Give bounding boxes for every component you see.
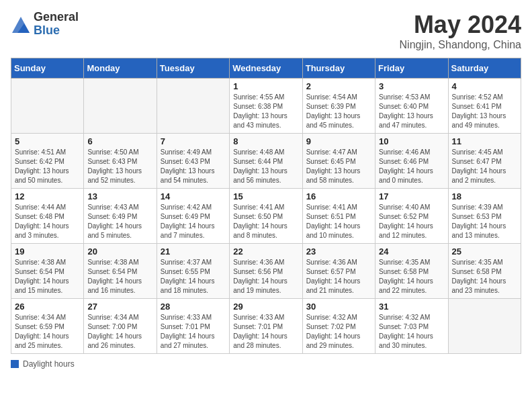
day-number: 19: [15, 246, 80, 257]
day-info: Sunrise: 4:35 AM Sunset: 6:58 PM Dayligh…: [379, 258, 444, 295]
day-number: 2: [306, 81, 371, 91]
page-header: General Blue May 2024 Ningjin, Shandong,…: [11, 11, 521, 51]
logo-blue: Blue: [34, 24, 79, 38]
calendar-day: 9Sunrise: 4:47 AM Sunset: 6:45 PM Daylig…: [302, 134, 375, 189]
day-info: Sunrise: 4:41 AM Sunset: 6:51 PM Dayligh…: [306, 203, 371, 240]
day-info: Sunrise: 4:39 AM Sunset: 6:53 PM Dayligh…: [452, 203, 517, 240]
logo-text: General Blue: [34, 11, 79, 38]
day-info: Sunrise: 4:38 AM Sunset: 6:54 PM Dayligh…: [15, 258, 80, 295]
calendar-day: 30Sunrise: 4:32 AM Sunset: 7:02 PM Dayli…: [302, 299, 375, 354]
calendar-day: 13Sunrise: 4:43 AM Sunset: 6:49 PM Dayli…: [84, 189, 157, 244]
header-row: SundayMondayTuesdayWednesdayThursdayFrid…: [11, 58, 521, 79]
day-number: 22: [233, 246, 298, 257]
calendar-day: [448, 299, 521, 354]
day-number: 26: [15, 302, 80, 312]
day-info: Sunrise: 4:50 AM Sunset: 6:43 PM Dayligh…: [87, 148, 152, 185]
calendar-day: 19Sunrise: 4:38 AM Sunset: 6:54 PM Dayli…: [11, 244, 84, 299]
calendar-day: 12Sunrise: 4:44 AM Sunset: 6:48 PM Dayli…: [11, 189, 84, 244]
day-info: Sunrise: 4:44 AM Sunset: 6:48 PM Dayligh…: [15, 203, 80, 240]
calendar-day: 16Sunrise: 4:41 AM Sunset: 6:51 PM Dayli…: [302, 189, 375, 244]
logo-icon: [11, 14, 31, 34]
month-title: May 2024: [400, 11, 521, 39]
day-info: Sunrise: 4:33 AM Sunset: 7:01 PM Dayligh…: [161, 313, 226, 351]
day-info: Sunrise: 4:41 AM Sunset: 6:50 PM Dayligh…: [233, 203, 298, 240]
day-number: 28: [161, 302, 226, 312]
day-info: Sunrise: 4:36 AM Sunset: 6:57 PM Dayligh…: [306, 258, 371, 295]
calendar-day: 24Sunrise: 4:35 AM Sunset: 6:58 PM Dayli…: [375, 244, 448, 299]
header-day: Thursday: [302, 58, 375, 79]
calendar-day: 10Sunrise: 4:46 AM Sunset: 6:46 PM Dayli…: [375, 134, 448, 189]
calendar-week: 19Sunrise: 4:38 AM Sunset: 6:54 PM Dayli…: [11, 244, 521, 299]
day-number: 21: [161, 246, 226, 257]
day-number: 18: [452, 191, 517, 201]
day-number: 13: [87, 191, 152, 201]
calendar-day: 27Sunrise: 4:34 AM Sunset: 7:00 PM Dayli…: [84, 299, 157, 354]
calendar-day: 26Sunrise: 4:34 AM Sunset: 6:59 PM Dayli…: [11, 299, 84, 354]
day-info: Sunrise: 4:49 AM Sunset: 6:43 PM Dayligh…: [161, 148, 226, 185]
calendar-day: 11Sunrise: 4:45 AM Sunset: 6:47 PM Dayli…: [448, 134, 521, 189]
day-info: Sunrise: 4:46 AM Sunset: 6:46 PM Dayligh…: [379, 148, 444, 185]
calendar-day: 18Sunrise: 4:39 AM Sunset: 6:53 PM Dayli…: [448, 189, 521, 244]
header-day: Tuesday: [157, 58, 229, 79]
calendar-week: 26Sunrise: 4:34 AM Sunset: 6:59 PM Dayli…: [11, 299, 521, 354]
day-number: 14: [161, 191, 226, 201]
calendar-day: 28Sunrise: 4:33 AM Sunset: 7:01 PM Dayli…: [157, 299, 229, 354]
calendar-day: 1Sunrise: 4:55 AM Sunset: 6:38 PM Daylig…: [230, 79, 302, 134]
calendar-day: 6Sunrise: 4:50 AM Sunset: 6:43 PM Daylig…: [84, 134, 157, 189]
footer-label: Daylight hours: [23, 359, 75, 369]
calendar-day: 21Sunrise: 4:37 AM Sunset: 6:55 PM Dayli…: [157, 244, 229, 299]
header-day: Sunday: [11, 58, 84, 79]
calendar-day: 23Sunrise: 4:36 AM Sunset: 6:57 PM Dayli…: [302, 244, 375, 299]
calendar-week: 5Sunrise: 4:51 AM Sunset: 6:42 PM Daylig…: [11, 134, 521, 189]
day-info: Sunrise: 4:33 AM Sunset: 7:01 PM Dayligh…: [233, 313, 298, 351]
calendar-day: 5Sunrise: 4:51 AM Sunset: 6:42 PM Daylig…: [11, 134, 84, 189]
day-number: 10: [379, 136, 444, 146]
calendar-day: 22Sunrise: 4:36 AM Sunset: 6:56 PM Dayli…: [230, 244, 302, 299]
footer: Daylight hours: [11, 359, 521, 369]
day-number: 25: [452, 246, 517, 257]
day-number: 9: [306, 136, 371, 146]
day-number: 5: [15, 136, 80, 146]
day-number: 8: [233, 136, 298, 146]
calendar-body: 1Sunrise: 4:55 AM Sunset: 6:38 PM Daylig…: [11, 79, 521, 354]
logo-general: General: [34, 11, 79, 24]
day-info: Sunrise: 4:42 AM Sunset: 6:49 PM Dayligh…: [161, 203, 226, 240]
day-info: Sunrise: 4:54 AM Sunset: 6:39 PM Dayligh…: [306, 93, 371, 130]
calendar-header: SundayMondayTuesdayWednesdayThursdayFrid…: [11, 58, 521, 79]
calendar-day: 29Sunrise: 4:33 AM Sunset: 7:01 PM Dayli…: [230, 299, 302, 354]
day-number: 20: [87, 246, 152, 257]
day-info: Sunrise: 4:32 AM Sunset: 7:02 PM Dayligh…: [306, 313, 371, 351]
calendar-day: 25Sunrise: 4:35 AM Sunset: 6:58 PM Dayli…: [448, 244, 521, 299]
day-number: 4: [452, 81, 517, 91]
day-number: 3: [379, 81, 444, 91]
day-number: 1: [233, 81, 298, 91]
day-number: 23: [306, 246, 371, 257]
day-info: Sunrise: 4:53 AM Sunset: 6:40 PM Dayligh…: [379, 93, 444, 130]
day-info: Sunrise: 4:47 AM Sunset: 6:45 PM Dayligh…: [306, 148, 371, 185]
footer-dot: [11, 360, 19, 368]
logo: General Blue: [11, 11, 79, 38]
day-info: Sunrise: 4:38 AM Sunset: 6:54 PM Dayligh…: [87, 258, 152, 295]
day-info: Sunrise: 4:40 AM Sunset: 6:52 PM Dayligh…: [379, 203, 444, 240]
day-number: 12: [15, 191, 80, 201]
calendar-day: 3Sunrise: 4:53 AM Sunset: 6:40 PM Daylig…: [375, 79, 448, 134]
day-number: 17: [379, 191, 444, 201]
day-info: Sunrise: 4:52 AM Sunset: 6:41 PM Dayligh…: [452, 93, 517, 130]
calendar-day: 8Sunrise: 4:48 AM Sunset: 6:44 PM Daylig…: [230, 134, 302, 189]
calendar-day: 7Sunrise: 4:49 AM Sunset: 6:43 PM Daylig…: [157, 134, 229, 189]
day-number: 15: [233, 191, 298, 201]
day-info: Sunrise: 4:34 AM Sunset: 6:59 PM Dayligh…: [15, 313, 80, 351]
calendar-day: [11, 79, 84, 134]
day-number: 30: [306, 302, 371, 312]
day-info: Sunrise: 4:51 AM Sunset: 6:42 PM Dayligh…: [15, 148, 80, 185]
day-info: Sunrise: 4:32 AM Sunset: 7:03 PM Dayligh…: [379, 313, 444, 351]
day-info: Sunrise: 4:45 AM Sunset: 6:47 PM Dayligh…: [452, 148, 517, 185]
header-day: Wednesday: [230, 58, 302, 79]
day-number: 24: [379, 246, 444, 257]
calendar-table: SundayMondayTuesdayWednesdayThursdayFrid…: [11, 58, 521, 354]
day-info: Sunrise: 4:34 AM Sunset: 7:00 PM Dayligh…: [87, 313, 152, 351]
calendar-day: [84, 79, 157, 134]
day-number: 31: [379, 302, 444, 312]
day-number: 29: [233, 302, 298, 312]
day-number: 11: [452, 136, 517, 146]
